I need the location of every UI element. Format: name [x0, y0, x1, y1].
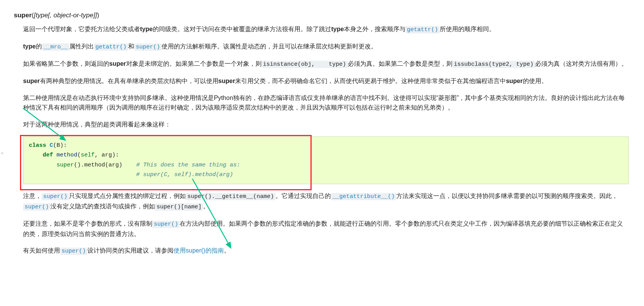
sidebar-expand-handle[interactable]: « [0, 148, 4, 158]
function-definition: super([type[, object-or-type]]) 返回一个代理对象… [14, 10, 629, 256]
link-super-guide[interactable]: 使用super()的指南 [174, 247, 224, 254]
paragraph-7: 注意，super()只实现显式点分属性查找的绑定过程，例如super().__g… [23, 191, 629, 212]
paragraph-5: 第二种使用情况是在动态执行环境中支持协同多继承。这种使用情况是Python独有的… [23, 93, 629, 113]
super-keyword: super [23, 78, 40, 84]
code-block-super-example: class C(B): def method(self, arg): super… [23, 136, 629, 184]
paragraph-9: 有关如何使用super()设计协同类的实用建议，请参阅使用super()的指南。 [23, 246, 629, 256]
type-keyword: type [140, 26, 153, 32]
doc-content: super([type[, object-or-type]]) 返回一个代理对象… [0, 0, 644, 271]
super-keyword: super [219, 78, 235, 84]
paragraph-3: 如果省略第二个参数，则返回的super对象是未绑定的。如果第二个参数是一个对象，… [23, 59, 629, 69]
link-super[interactable]: super() [134, 43, 162, 51]
link-getattr[interactable]: getattr() [405, 26, 440, 33]
function-name: super [14, 12, 32, 19]
paragraph-6: 对于这两种使用情况，典型的超类调用看起来像这样： [23, 120, 629, 130]
code-super-index: super()[name] [155, 203, 203, 211]
code-getitem: super().__getitem__(name) [186, 193, 275, 200]
paragraph-2: type的__mro__属性列出getattr()和super()使用的方法解析… [23, 42, 629, 52]
type-keyword: type [23, 43, 36, 50]
paragraph-4: super有两种典型的使用情况。在具有单继承的类层次结构中，可以使用super来… [23, 76, 629, 86]
link-super[interactable]: super() [23, 203, 50, 211]
link-mro[interactable]: __mro__ [42, 43, 69, 51]
super-keyword: super [506, 78, 523, 84]
super-keyword: super [109, 60, 126, 67]
annotation-arrow-bottom [185, 175, 239, 252]
link-getattr[interactable]: getattr() [94, 43, 128, 51]
link-getattribute[interactable]: __getattribute__() [331, 193, 396, 200]
code-issubclass: issubclass(type2, type) [452, 61, 535, 68]
link-super[interactable]: super() [152, 221, 180, 228]
function-signature: super([type[, object-or-type]]) [14, 10, 629, 20]
function-body: 返回一个代理对象，它委托方法给父类或者type的同级类。这对于访问在类中被覆盖的… [23, 24, 629, 256]
type-keyword: type [331, 26, 344, 32]
link-super[interactable]: super() [60, 248, 87, 255]
link-super[interactable]: super() [42, 193, 69, 200]
function-args: ([type[, object-or-type]]) [32, 12, 99, 19]
paragraph-1: 返回一个代理对象，它委托方法给父类或者type的同级类。这对于访问在类中被覆盖的… [23, 24, 629, 35]
paragraph-8: 还要注意，如果不是零个参数的形式，没有限制super()在方法内部使用。如果两个… [23, 219, 629, 239]
code-isinstance: isinstance(obj, type) [262, 61, 348, 68]
